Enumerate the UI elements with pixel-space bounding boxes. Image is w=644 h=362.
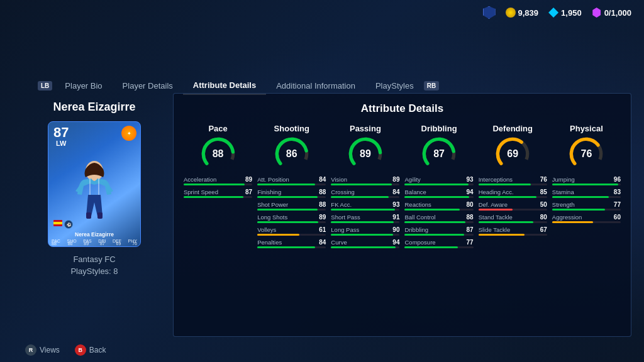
sub-attr-bar-fill: [552, 209, 605, 211]
category-passing: Passing 89 Vision 89: [331, 124, 399, 251]
sub-attr-row: Ball Control 88: [404, 214, 473, 223]
sub-attrs: Interceptions 76 Heading Acc. 85: [479, 176, 547, 239]
sub-attr-row: Finishing 88: [257, 189, 326, 198]
card-top-right: ✦: [121, 126, 136, 141]
sub-attr-value: 89: [245, 176, 252, 183]
sub-attr-value: 80: [540, 214, 547, 221]
sub-attrs: Vision 89 Crossing 84: [331, 176, 399, 251]
category-physical: Physical 76 Jumping 96: [552, 124, 621, 251]
sub-attr-value: 94: [392, 239, 399, 246]
sub-attr-row: FK Acc. 93: [331, 201, 399, 211]
tab-attribute-details[interactable]: Attribute Details: [183, 77, 266, 95]
sub-attr-row: Slide Tackle 67: [479, 226, 547, 236]
rb-badge[interactable]: RB: [424, 81, 439, 90]
sub-attr-value: 80: [467, 201, 474, 208]
sub-attr-label: FK Acc.: [331, 201, 352, 208]
sub-attrs: Jumping 96 Stamina 83: [552, 176, 621, 226]
sub-attr-label: Curve: [331, 239, 347, 246]
svg-rect-1: [86, 212, 91, 219]
category-dribbling: Dribbling 87 Agility 93: [404, 124, 473, 251]
svg-rect-2: [97, 212, 103, 219]
sub-attr-value: 90: [392, 226, 399, 233]
gauge-value: 89: [360, 148, 371, 160]
sub-attr-label: Crossing: [331, 189, 355, 195]
sub-attr-bar-bg: [331, 234, 399, 236]
crystals-display: 1,950: [548, 8, 582, 18]
playstyles-label: PlayStyles: 8: [25, 266, 164, 276]
card-stat-values: 888689876976: [52, 241, 137, 246]
sub-attr-value: 67: [540, 226, 547, 233]
panel-title: Attribute Details: [184, 102, 621, 115]
sub-attr-row: Reactions 80: [404, 201, 473, 211]
sub-attr-row: Stand Tackle 80: [479, 214, 547, 223]
xp-icon: [592, 8, 602, 18]
sub-attr-label: Slide Tackle: [479, 226, 511, 233]
sub-attr-value: 89: [392, 176, 399, 183]
lb-badge[interactable]: LB: [38, 81, 52, 90]
sub-attr-bar-fill: [257, 209, 318, 211]
sub-attr-bar-bg: [257, 209, 326, 211]
sub-attr-value: 60: [614, 214, 621, 221]
crystals-value: 1,950: [561, 8, 582, 18]
sub-attr-bar-bg: [257, 184, 326, 185]
sub-attr-bar-bg: [404, 184, 473, 185]
back-label: Back: [89, 346, 106, 354]
sub-attr-bar-fill: [479, 209, 513, 211]
sub-attr-bar-bg: [331, 184, 399, 185]
sub-attr-bar-bg: [404, 234, 473, 236]
player-figure: [66, 160, 123, 229]
sub-attr-row: Def. Aware 50: [479, 201, 547, 211]
sub-attr-label: Penalties: [257, 239, 282, 246]
shield-icon: [483, 6, 496, 19]
sub-attr-bar-fill: [404, 221, 465, 223]
sub-attr-bar-fill: [331, 246, 396, 248]
sub-attr-bar-bg: [331, 196, 399, 198]
sub-attr-value: 77: [467, 239, 474, 246]
sub-attr-bar-bg: [257, 221, 326, 223]
sub-attr-row: Aggression 60: [552, 214, 621, 223]
sub-attr-bar-bg: [184, 196, 252, 198]
special-badge-icon: ✦: [121, 126, 136, 141]
sub-attr-value: 87: [245, 189, 252, 195]
sub-attr-value: 84: [392, 189, 399, 195]
sub-attr-bar-bg: [257, 246, 326, 248]
sub-attr-value: 88: [319, 189, 326, 195]
category-defending: Defending 69 Interceptions 76: [479, 124, 547, 251]
sub-attr-bar-fill: [552, 221, 593, 223]
back-button[interactable]: B Back: [75, 344, 106, 356]
nav-tabs: LB Player Bio Player Details Attribute D…: [38, 77, 441, 95]
spain-flag-icon: [53, 220, 62, 226]
sub-attr-value: 50: [540, 201, 547, 208]
sub-attr-label: Stamina: [552, 189, 574, 195]
sub-attr-label: Heading Acc.: [479, 189, 514, 195]
sub-attr-label: Aggression: [552, 214, 582, 221]
sub-attr-bar-fill: [331, 196, 389, 198]
sub-attr-bar-fill: [257, 184, 315, 185]
sub-attr-bar-bg: [404, 196, 473, 198]
tab-player-details[interactable]: Player Details: [113, 77, 183, 94]
sub-attr-bar-bg: [404, 221, 473, 223]
sub-attr-row: Balance 94: [404, 189, 473, 198]
sub-attr-bar-bg: [479, 196, 547, 198]
sub-attr-value: 61: [319, 226, 326, 233]
sub-attr-label: Jumping: [552, 176, 575, 183]
sub-attr-label: Volleys: [257, 226, 276, 233]
tab-additional-info[interactable]: Additional Information: [266, 77, 365, 94]
sub-attr-bar-fill: [479, 196, 537, 198]
views-button[interactable]: R Views: [25, 344, 60, 356]
bottom-nav: R Views B Back: [25, 344, 106, 356]
gauge-value: 86: [286, 148, 297, 160]
sub-attr-label: Dribbling: [404, 226, 428, 233]
sub-attrs: Att. Position 84 Finishing 88: [257, 176, 326, 251]
tab-playstyles[interactable]: PlayStyles: [365, 77, 424, 94]
sub-attr-bar-fill: [552, 196, 609, 198]
sub-attr-value: 84: [319, 239, 326, 246]
tab-player-bio[interactable]: Player Bio: [55, 77, 112, 94]
sub-attr-bar-fill: [479, 184, 531, 185]
sub-attr-row: Volleys 61: [257, 226, 326, 236]
shield-emblem: [483, 6, 496, 19]
xp-display: 0/1,000: [592, 8, 631, 18]
sub-attr-bar-fill: [404, 246, 457, 248]
crystal-icon: [548, 8, 558, 18]
sub-attr-bar-bg: [479, 209, 547, 211]
